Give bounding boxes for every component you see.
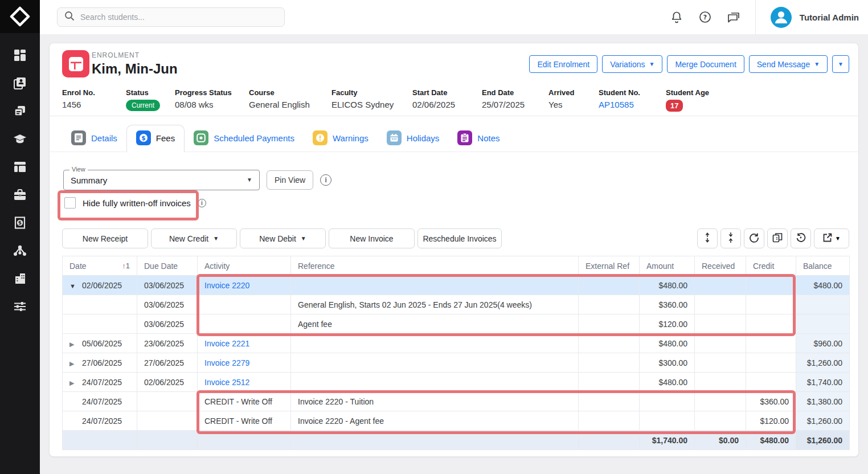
table-row[interactable]: 24/07/2025 CREDIT - Write Off Invoice 22… [63,411,850,431]
sidebar-item-agents[interactable] [9,189,31,201]
user-name: Tutorial Admin [800,13,859,22]
col-reference[interactable]: Reference [291,256,579,276]
table-row[interactable]: ▶27/06/2025 27/06/2025 Invoice 2279 $300… [63,353,850,373]
tab-notes[interactable]: Notes [448,125,509,152]
field-end-date: End Date25/07/2025 [482,88,548,116]
sidebar-item-documents[interactable] [9,105,31,117]
more-actions-button[interactable]: ▼ [832,55,849,73]
sidebar-item-contacts[interactable] [9,77,31,89]
tab-scheduled-payments[interactable]: Scheduled Payments [185,125,304,152]
sidebar-item-timetable[interactable] [9,161,31,173]
unfold-less-icon [727,232,735,244]
new-debit-button[interactable]: New Debit▼ [240,228,326,248]
details-icon [71,130,86,145]
hide-written-off-info-icon[interactable] [198,199,206,207]
table-row[interactable]: 24/07/2025 CREDIT - Write Off Invoice 22… [63,392,850,411]
merge-document-button[interactable]: Merge Document [667,55,744,73]
briefcase-icon [14,189,26,201]
header-actions: Edit Enrolment Variations▼ Merge Documen… [529,55,849,73]
chevron-down-icon: ▼ [649,62,654,67]
field-faculty: FacultyELICOS Sydney [331,88,412,116]
chat-icon[interactable] [727,10,740,24]
collapse-row-icon[interactable]: ▼ [69,283,82,289]
user-menu[interactable]: Tutorial Admin [771,7,859,28]
new-invoice-button[interactable]: New Invoice [329,228,415,248]
sidebar-item-courses[interactable] [9,133,31,145]
unfold-more-icon [703,232,711,244]
tab-details[interactable]: Details [62,125,126,152]
table-row[interactable]: 03/06/2025 Agent fee $120.00 [63,314,850,334]
search-input[interactable] [80,13,277,22]
history-button[interactable] [791,228,811,248]
sidebar-item-dashboard[interactable] [9,49,31,62]
refresh-button[interactable] [744,228,764,248]
building-icon [14,272,26,285]
reschedule-invoices-button[interactable]: Reschedule Invoices [417,228,502,248]
export-button[interactable]: ▼ [814,228,849,248]
col-received[interactable]: Received [695,256,746,276]
col-credit[interactable]: Credit [746,256,796,276]
network-icon [13,244,27,257]
col-activity[interactable]: Activity [198,256,291,276]
invoice-link[interactable]: Invoice 2279 [204,358,249,367]
copy-button[interactable] [767,228,788,248]
field-course: CourseGeneral English [249,88,331,116]
invoice-link[interactable]: Invoice 2512 [204,378,249,387]
col-balance[interactable]: Balance [796,256,850,276]
sidebar-item-network[interactable] [9,244,31,257]
expand-row-icon[interactable]: ▶ [69,360,82,367]
enrolment-header: ENROLMENT Kim, Min-Jun Edit Enrolment Va… [50,43,858,86]
invoice-link[interactable]: Invoice 2220 [204,281,249,290]
enrolment-icon [62,50,89,77]
col-amount[interactable]: Amount [640,256,695,276]
view-controls: View Summary ▼ Pin View [63,170,331,190]
tab-fees[interactable]: $ Fees [126,125,185,152]
export-icon [822,232,833,244]
expand-all-button[interactable] [697,228,718,248]
bell-icon[interactable] [670,10,683,24]
view-select[interactable]: View Summary ▼ [63,170,260,190]
topbar-right: ? Tutorial Admin [670,0,859,34]
table-row[interactable]: ▼02/06/2025 03/06/2025 Invoice 2220 $480… [63,276,850,295]
education-icon [13,133,27,145]
student-no-link[interactable]: AP10585 [599,100,634,109]
table-row[interactable]: 03/06/2025 General English, Starts 02 Ju… [63,295,850,314]
col-external-ref[interactable]: External Ref [579,256,640,276]
collapse-all-button[interactable] [720,228,741,248]
edit-enrolment-button[interactable]: Edit Enrolment [529,55,597,73]
invoice-link[interactable]: Invoice 2221 [204,339,249,348]
app-logo-icon [10,6,30,27]
chevron-down-icon: ▼ [835,236,841,242]
new-receipt-button[interactable]: New Receipt [62,228,148,248]
sidebar-item-settings[interactable] [9,300,31,313]
send-message-button[interactable]: Send Message▼ [749,55,828,73]
col-due-date[interactable]: Due Date [137,256,198,276]
svg-text:$: $ [18,220,22,226]
app-logo[interactable] [0,0,40,33]
fees-toolbar: New Receipt New Credit▼ New Debit▼ New I… [62,228,849,248]
col-date[interactable]: Date↑1 [63,256,137,276]
help-icon[interactable]: ? [698,10,712,24]
field-enrol-no: Enrol No.1456 [62,88,126,116]
tab-warnings[interactable]: Warnings [304,125,378,152]
chevron-down-icon: ▼ [814,62,820,67]
invoice-icon: $ [14,216,26,229]
enrolment-card: ENROLMENT Kim, Min-Jun Edit Enrolment Va… [49,43,859,457]
expand-row-icon[interactable]: ▶ [69,341,82,348]
tab-holidays[interactable]: Holidays [378,125,449,152]
variations-button[interactable]: Variations▼ [602,55,662,73]
expand-row-icon[interactable]: ▶ [69,379,82,387]
sidebar-item-organisation[interactable] [9,272,31,285]
scheduled-payments-icon [194,130,208,145]
sidebar-nav: $ [0,33,40,313]
hide-written-off-checkbox[interactable] [64,197,76,209]
new-credit-button[interactable]: New Credit▼ [151,228,237,248]
view-info-icon[interactable] [320,174,331,186]
table-row[interactable]: ▶05/06/2025 23/06/2025 Invoice 2221 $480… [63,334,850,353]
contacts-icon [14,77,26,89]
student-search[interactable] [57,7,285,27]
sidebar-item-finance[interactable]: $ [9,216,31,229]
pin-view-button[interactable]: Pin View [267,170,313,190]
refresh-icon [749,232,759,244]
table-row[interactable]: ▶24/07/2025 02/06/2025 Invoice 2512 $480… [63,373,850,392]
